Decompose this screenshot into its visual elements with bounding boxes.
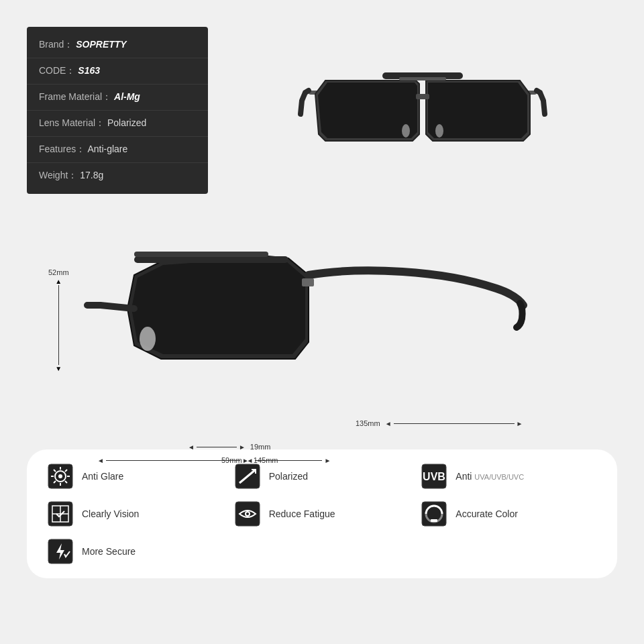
svg-rect-3 — [416, 94, 429, 99]
svg-rect-6 — [399, 77, 446, 80]
specs-box: Brand： SOPRETTY CODE： S163 Frame Materia… — [27, 27, 208, 194]
uvb-sub: UVA/UVB/UVC — [474, 473, 524, 481]
measurement-59mm: 59mm ◄ ► — [221, 456, 331, 464]
top-section: Brand： SOPRETTY CODE： S163 Frame Materia… — [0, 0, 644, 228]
measurement-135mm: 135mm ◄ ► — [356, 419, 523, 427]
accurate-color-icon — [421, 500, 447, 527]
clearly-vision-label: Clearly Vision — [82, 508, 139, 519]
svg-point-4 — [402, 124, 410, 138]
lens-value: Polarized — [107, 117, 146, 128]
spec-brand: Brand： SOPRETTY — [27, 32, 208, 58]
spec-code: CODE： S163 — [27, 58, 208, 85]
anti-uvb-label: Anti UVA/UVB/UVC — [455, 471, 524, 482]
frame-value: Al-Mg — [114, 91, 140, 102]
measurement-52mm: 52mm ▲ ▼ — [48, 268, 69, 372]
svg-point-32 — [246, 513, 249, 515]
frame-label: Frame Material： — [39, 91, 111, 102]
polarized-label: Polarized — [269, 471, 308, 482]
reduce-fatigue-icon — [234, 500, 261, 527]
more-secure-label: More Secure — [82, 546, 136, 557]
feature-more-secure: More Secure — [47, 538, 223, 565]
measurement-19mm: ◄ ► 19mm — [188, 443, 270, 451]
lens-width-label: 59mm — [221, 456, 242, 464]
svg-rect-34 — [431, 519, 437, 522]
svg-point-13 — [58, 474, 62, 478]
glasses-side-image — [80, 241, 550, 443]
weight-value: 17.8g — [80, 170, 103, 180]
brand-value: SOPRETTY — [76, 39, 126, 50]
reduce-fatigue-label: Reduce Fatigue — [269, 508, 335, 519]
front-image-area — [228, 27, 617, 215]
code-value: S163 — [78, 65, 100, 76]
features-value: Anti-glare — [87, 144, 127, 154]
brand-label: Brand： — [39, 39, 73, 50]
feature-clearly-vision: Clearly Vision — [47, 500, 223, 527]
accurate-color-label: Accurate Color — [455, 508, 518, 519]
lens-label: Lens Material： — [39, 117, 105, 128]
feature-accurate-color: Accurate Color — [421, 500, 597, 527]
spec-lens: Lens Material： Polarized — [27, 111, 208, 137]
weight-label: Weight： — [39, 170, 77, 180]
svg-rect-8 — [134, 252, 268, 257]
svg-text:UVB: UVB — [423, 471, 445, 482]
temple-label: 135mm — [356, 419, 380, 427]
svg-rect-7 — [134, 256, 288, 263]
glasses-front-image — [295, 47, 550, 195]
page-wrapper: Brand： SOPRETTY CODE： S163 Frame Materia… — [0, 0, 644, 644]
code-label: CODE： — [39, 65, 75, 76]
more-secure-icon — [47, 538, 74, 565]
svg-rect-10 — [302, 278, 314, 286]
spec-frame: Frame Material： Al-Mg — [27, 85, 208, 111]
anti-prefix: Anti — [455, 471, 474, 482]
feature-reduce-fatigue: Reduce Fatigue — [234, 500, 411, 527]
features-label: Features： — [39, 144, 85, 154]
spec-features: Features： Anti-glare — [27, 137, 208, 163]
svg-point-9 — [140, 327, 156, 351]
svg-point-5 — [435, 124, 443, 138]
anti-glare-label: Anti Glare — [82, 471, 123, 482]
clearly-vision-icon — [47, 500, 74, 527]
height-label: 52mm — [48, 268, 69, 276]
side-section: 52mm ▲ ▼ ◄ ► 19mm ◄ ► 145mm 59mm ◄ — [0, 228, 644, 470]
spec-weight: Weight： 17.8g — [27, 163, 208, 189]
bridge-label: 19mm — [250, 443, 271, 451]
